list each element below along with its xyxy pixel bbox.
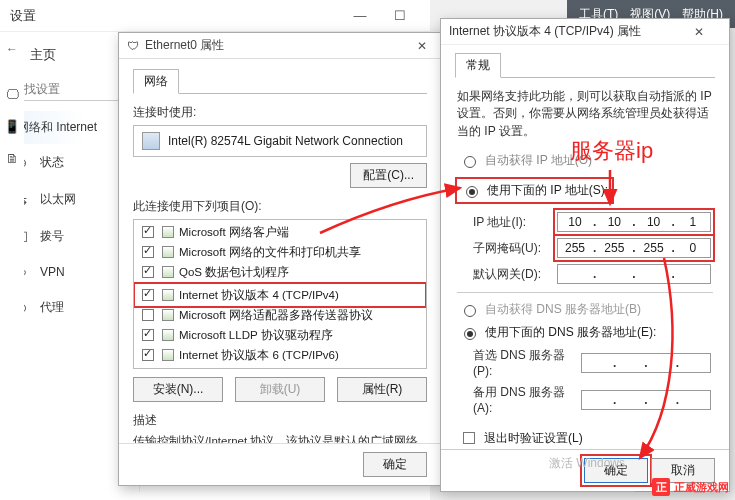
- protocol-icon: [162, 329, 174, 341]
- category-devices-icon[interactable]: 📱: [0, 110, 24, 142]
- ethernet-titlebar: 🛡 Ethernet0 属性 ✕: [119, 33, 441, 59]
- protocol-row[interactable]: Microsoft 网络的文件和打印机共享: [136, 242, 424, 262]
- protocol-icon: [162, 289, 174, 301]
- ipv4-titlebar: Internet 协议版本 4 (TCP/IPv4) 属性 ✕: [441, 19, 729, 45]
- settings-titlebar: 设置 — ☐: [0, 0, 430, 32]
- dns2-field: 备用 DNS 服务器(A): . . .: [473, 384, 711, 415]
- ethernet-tab-networking[interactable]: 网络: [133, 69, 179, 94]
- protocol-row[interactable]: Internet 协议版本 6 (TCP/IPv6): [136, 345, 424, 365]
- adapter-name: Intel(R) 82574L Gigabit Network Connecti…: [168, 134, 403, 148]
- gateway-input[interactable]: . . .: [557, 264, 711, 284]
- protocol-row-tcpipv4[interactable]: Internet 协议版本 4 (TCP/IPv4): [136, 285, 424, 305]
- nic-icon: [142, 132, 160, 150]
- ethernet-close-icon[interactable]: ✕: [411, 39, 433, 53]
- dns2-input[interactable]: . . .: [581, 390, 711, 410]
- protocol-check[interactable]: [142, 226, 154, 238]
- watermark: 正 正威游戏网: [652, 478, 729, 496]
- ipv4-close-icon[interactable]: ✕: [676, 25, 721, 39]
- install-button[interactable]: 安装(N)...: [133, 377, 223, 402]
- radio-auto-dns: [464, 305, 476, 317]
- validate-on-exit-check[interactable]: [463, 432, 475, 444]
- radio-auto-ip: [464, 156, 476, 168]
- settings-max-icon[interactable]: ☐: [380, 2, 420, 30]
- dns1-input[interactable]: . . .: [581, 353, 711, 373]
- protocol-check[interactable]: [142, 309, 154, 321]
- protocol-icon: [162, 226, 174, 238]
- configure-button[interactable]: 配置(C)...: [350, 163, 427, 188]
- protocol-row[interactable]: QoS 数据包计划程序: [136, 262, 424, 282]
- radio-use-ip-row[interactable]: 使用下面的 IP 地址(S):: [459, 181, 610, 200]
- protocol-icon: [162, 246, 174, 258]
- category-system-icon[interactable]: 🖵: [0, 78, 24, 110]
- settings-title: 设置: [10, 7, 36, 25]
- protocol-check[interactable]: [142, 329, 154, 341]
- ip-address-field: IP 地址(I): 10. 10. 10. 1: [473, 212, 711, 232]
- eth-items-label: 此连接使用下列项目(O):: [133, 198, 427, 215]
- adapter-box: Intel(R) 82574L Gigabit Network Connecti…: [133, 125, 427, 157]
- radio-use-dns-row[interactable]: 使用下面的 DNS 服务器地址(E):: [459, 324, 711, 341]
- ethernet-title: Ethernet0 属性: [145, 37, 224, 54]
- subnet-mask-input[interactable]: 255. 255. 255. 0: [557, 238, 711, 258]
- back-icon[interactable]: ←: [0, 34, 24, 64]
- connect-using-label: 连接时使用:: [133, 104, 427, 121]
- watermark-logo-icon: 正: [652, 478, 670, 496]
- properties-button[interactable]: 属性(R): [337, 377, 427, 402]
- protocol-check[interactable]: [142, 266, 154, 278]
- protocol-list[interactable]: Microsoft 网络客户端 Microsoft 网络的文件和打印机共享 Qo…: [133, 219, 427, 369]
- ipv4-tab-general[interactable]: 常规: [455, 53, 501, 78]
- radio-use-ip[interactable]: [466, 186, 478, 198]
- radio-auto-dns-row: 自动获得 DNS 服务器地址(B): [459, 301, 711, 318]
- adapter-icon: 🛡: [127, 39, 139, 53]
- protocol-check[interactable]: [142, 246, 154, 258]
- protocol-row[interactable]: Microsoft 网络客户端: [136, 222, 424, 242]
- settings-min-icon[interactable]: —: [340, 2, 380, 30]
- dns1-field: 首选 DNS 服务器(P): . . .: [473, 347, 711, 378]
- protocol-icon: [162, 349, 174, 361]
- subnet-mask-field: 子网掩码(U): 255. 255. 255. 0: [473, 238, 711, 258]
- description-label: 描述: [133, 412, 427, 429]
- radio-auto-ip-row[interactable]: 自动获得 IP 地址(O): [459, 152, 711, 169]
- protocol-row[interactable]: 链路层拓扑发现响应程序: [136, 365, 424, 369]
- eth-ok-button[interactable]: 确定: [363, 452, 427, 477]
- settings-search-input[interactable]: [10, 78, 129, 101]
- gateway-field: 默认网关(D): . . .: [473, 264, 711, 284]
- protocol-row[interactable]: Microsoft LLDP 协议驱动程序: [136, 325, 424, 345]
- protocol-check[interactable]: [142, 349, 154, 361]
- category-files-icon[interactable]: 🗎: [0, 142, 24, 174]
- ipv4-note: 如果网络支持此功能，则可以获取自动指派的 IP 设置。否则，你需要从网络系统管理…: [457, 88, 713, 140]
- windows-activation-text: 激活 Windows: [549, 455, 625, 472]
- protocol-icon: [162, 266, 174, 278]
- radio-use-dns[interactable]: [464, 328, 476, 340]
- ipv4-properties-window: Internet 协议版本 4 (TCP/IPv4) 属性 ✕ 常规 如果网络支…: [440, 18, 730, 492]
- ipv4-title: Internet 协议版本 4 (TCP/IPv4) 属性: [449, 23, 641, 40]
- protocol-row[interactable]: Microsoft 网络适配器多路传送器协议: [136, 305, 424, 325]
- ip-address-input[interactable]: 10. 10. 10. 1: [557, 212, 711, 232]
- uninstall-button: 卸载(U): [235, 377, 325, 402]
- protocol-icon: [162, 309, 174, 321]
- ethernet-properties-window: 🛡 Ethernet0 属性 ✕ 网络 连接时使用: Intel(R) 8257…: [118, 32, 442, 486]
- protocol-check[interactable]: [142, 289, 154, 301]
